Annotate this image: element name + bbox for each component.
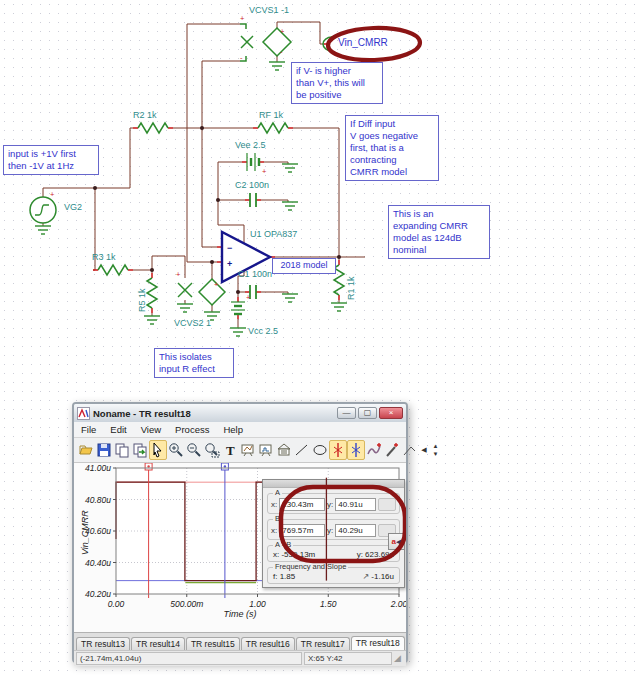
status-bar: (-21.74m,41.04u) X:65 Y:42 ◢ [74,650,406,666]
toolbar: T ◀ ▲▼ [74,438,406,463]
line-tool-icon[interactable] [293,440,311,460]
x-tick-label: 0.00 [108,599,125,609]
svg-text:+: + [50,190,55,199]
resistor-r2[interactable] [138,123,168,133]
save-icon[interactable] [95,440,113,460]
cursor-jump-button[interactable]: a◀ [388,533,405,550]
chart-tool-icon[interactable] [257,440,275,460]
cursor-measurement-panel[interactable]: A x: 230.43m y: 40.91u B x: 769.57m y: [262,479,405,588]
y-tick-label: 40.20u [85,589,111,599]
copy-icon[interactable] [113,440,131,460]
svg-text:+: + [176,270,181,279]
window-titlebar[interactable]: Noname - TR result18 — ▢ × [74,404,406,422]
menu-edit[interactable]: Edit [103,424,133,435]
rf-label[interactable]: RF 1k [259,110,283,120]
svg-text:+: + [227,259,232,269]
tab-tr-result14[interactable]: TR result14 [131,637,185,650]
note-expanding[interactable]: This is an expanding CMRR model as 124dB… [388,205,490,259]
vee-label[interactable]: Vee 2.5 [235,140,266,150]
minimize-button[interactable]: — [337,407,356,419]
vg2-label[interactable]: VG2 [64,202,82,212]
menu-file[interactable]: File [74,424,103,435]
tr-result-window[interactable]: Noname - TR result18 — ▢ × File Edit Vie… [72,402,408,663]
model-tag[interactable]: 2018 model [272,258,336,274]
battery-vee[interactable] [247,153,259,171]
y-axis-label: Vin_CMRR [80,510,90,555]
u1-label[interactable]: U1 OPA837 [250,229,297,239]
battery-vcc[interactable] [231,302,245,314]
x-tick-label: 1.00 [249,599,266,609]
zoom-window-icon[interactable] [203,440,221,460]
cursor-b-tool-icon[interactable] [347,440,365,460]
y-tick-label: 40.40u [85,558,111,568]
export-icon[interactable] [131,440,149,460]
x-tick-label: 1.50 [320,599,337,609]
c1-label[interactable]: C1 100n [238,269,272,279]
r5-label[interactable]: R5 1k [137,288,147,312]
slope-value: -1.16u [371,572,394,581]
toolbar-scroll-left-icon[interactable]: ◀ [419,442,429,458]
svg-text:+: + [280,27,285,36]
status-coordinates: (-21.74m,41.04u) [76,652,302,665]
vcvs1-label[interactable]: VCVS1 -1 [249,5,289,15]
tab-tr-result13[interactable]: TR result13 [76,637,130,650]
note-isolates[interactable]: This isolates input R effect [154,348,234,378]
cursor-ab-x-value: x: -539.13m [273,550,315,559]
capacitor-c2[interactable] [250,193,256,207]
resize-grip[interactable]: ◢ [394,653,404,664]
marker-tool-icon[interactable] [383,440,401,460]
menu-help[interactable]: Help [216,424,250,435]
svg-text:+: + [214,280,219,289]
cursor-a-tool-icon[interactable] [329,440,347,460]
tab-tr-result17[interactable]: TR result17 [296,637,350,650]
legend-tool-icon[interactable] [275,440,293,460]
schematic-drawing: − + +- +- + + + + + [0,0,640,398]
r1-label[interactable]: R1 1k [346,276,356,300]
cursor-a-x-caption: x: [271,500,277,509]
text-tool-icon[interactable]: T [221,440,239,460]
toolbar-spinner[interactable]: ▲▼ [430,442,441,458]
cursor-ab-group: A - B x: -539.13m y: 623.69n [267,545,400,562]
r2-label[interactable]: R2 1k [133,110,157,120]
vg2-source[interactable] [30,197,56,223]
tab-tr-result18[interactable]: TR result18 [351,636,405,650]
vin-cmrr-label[interactable]: Vin_CMRR [338,37,388,48]
note-vminus[interactable]: if V- is higher than V+, this will be po… [291,62,383,104]
status-cursor-position: X:65 Y:42 [304,652,392,665]
slope-arrow-icon: ↗ [362,572,369,581]
menu-view[interactable]: View [134,424,168,435]
add-curve-tool-icon[interactable] [365,440,383,460]
c2-label[interactable]: C2 100n [235,180,269,190]
zoom-out-icon[interactable] [185,440,203,460]
capacitor-c1[interactable] [250,285,256,299]
zoom-in-icon[interactable] [167,440,185,460]
close-button[interactable]: × [379,407,403,419]
note-diff-input[interactable]: If Diff input V goes negative first, tha… [345,115,439,181]
resistor-r3[interactable] [98,265,128,275]
cursor-a-y-field[interactable]: 40.91u [335,498,375,511]
plot-area: 0.00500.00m1.001.502.0041.00u40.80u40.60… [74,463,406,632]
ellipse-tool-icon[interactable] [311,440,329,460]
vcc-label[interactable]: Vcc 2.5 [248,326,278,336]
restore-button[interactable]: ▢ [358,407,377,419]
cursor-a-well [378,498,396,511]
tab-tr-result16[interactable]: TR result16 [241,637,295,650]
menu-process[interactable]: Process [168,424,216,435]
resistor-rf[interactable] [258,123,288,133]
cursor-b-label: B [273,515,282,523]
open-file-icon[interactable] [77,440,95,460]
cursor-panel-titlebar[interactable] [263,480,404,488]
resistor-r5[interactable] [147,278,157,308]
cursor-b-y-field[interactable]: 40.29u [335,524,375,537]
r3-label[interactable]: R3 1k [92,252,116,262]
vcvs2-label[interactable]: VCVS2 1 [174,318,211,328]
pointer-tool-icon[interactable] [149,440,167,460]
frequency-slope-label: Frequency and Slope [273,563,348,571]
note-input[interactable]: input is +1V first then -1V at 1Hz [3,145,99,175]
slope-tool-icon[interactable] [401,440,419,460]
diagram-tool-icon[interactable] [239,440,257,460]
cursor-a-x-field[interactable]: 230.43m [279,498,325,511]
tab-tr-result15[interactable]: TR result15 [186,637,240,650]
schematic-canvas[interactable]: − + +- +- + + + + + [0,0,640,398]
cursor-b-x-field[interactable]: 769.57m [279,524,325,537]
